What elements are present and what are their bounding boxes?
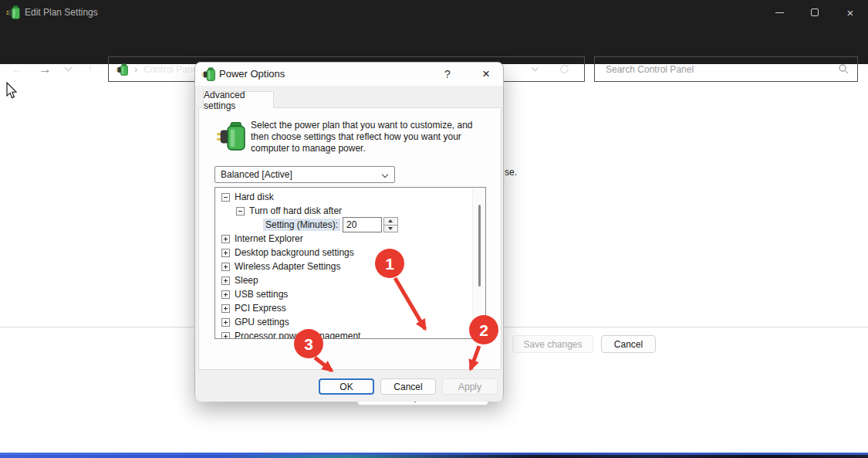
tree-item-label[interactable]: Internet Explorer (235, 233, 303, 244)
spinner-control (383, 217, 398, 232)
navigation-bar: ← → ↑ ›Control Panel›Hardware and Sound›… (0, 25, 868, 64)
address-dropdown-chevron-icon[interactable] (524, 57, 545, 81)
tree-item-label[interactable]: PCI Express (235, 303, 286, 314)
tree-item-label[interactable]: Turn off hard disk after (249, 205, 342, 216)
maximize-button[interactable] (797, 0, 833, 25)
tree-item-internet-explorer[interactable]: Internet Explorer (215, 232, 470, 246)
refresh-icon (559, 63, 570, 75)
refresh-button[interactable] (553, 57, 575, 81)
tree-item-pci-express[interactable]: PCI Express (215, 301, 470, 315)
tree-item-label[interactable]: Hard disk (235, 192, 274, 202)
window-titlebar: Edit Plan Settings × (0, 0, 868, 25)
dialog-description: Select the power plan that you want to c… (251, 120, 482, 154)
power-options-icon (116, 63, 128, 76)
tree-item-label[interactable]: Wireless Adapter Settings (235, 261, 340, 272)
close-icon: × (482, 66, 490, 81)
cancel-button[interactable]: Cancel (380, 378, 436, 395)
tree-item-label[interactable]: Setting (Minutes): (263, 219, 340, 231)
power-options-icon (6, 5, 20, 19)
clipped-page-text: se. (505, 167, 517, 178)
expand-icon[interactable] (221, 318, 230, 327)
window-title: Edit Plan Settings (25, 0, 98, 25)
breadcrumb-separator-icon: › (128, 63, 144, 75)
dialog-footer: OK Cancel Apply (195, 370, 503, 402)
dialog-title: Power Options (219, 63, 285, 86)
save-changes-button[interactable]: Save changes (512, 335, 593, 353)
tree-scrollbar[interactable] (472, 188, 485, 338)
chevron-down-icon (382, 171, 388, 178)
apply-button[interactable]: Apply (442, 378, 498, 395)
up-button[interactable]: ↑ (79, 56, 102, 82)
close-icon: × (847, 6, 854, 19)
scrollbar-thumb[interactable] (478, 205, 481, 287)
tree-item-label[interactable]: GPU settings (235, 317, 289, 327)
breadcrumb-item-control-panel[interactable]: Control Panel (144, 64, 200, 75)
search-box (594, 56, 858, 82)
tree-item-label[interactable]: Sleep (235, 275, 258, 286)
tree-item-label[interactable]: Processor power management (235, 331, 360, 339)
tree-item-label[interactable]: USB settings (235, 289, 288, 300)
power-plan-dropdown[interactable]: Balanced [Active] (214, 166, 395, 183)
minimize-button[interactable] (762, 0, 797, 25)
ok-button[interactable]: OK (319, 378, 374, 395)
tree-item-sleep[interactable]: Sleep (215, 273, 470, 287)
desktop-edge-strip (0, 453, 868, 458)
back-button[interactable]: ← (5, 56, 30, 82)
collapse-icon[interactable] (221, 193, 230, 202)
collapse-icon[interactable] (236, 207, 245, 215)
advanced-settings-tree: Hard diskTurn off hard disk afterSetting… (214, 187, 486, 339)
tree-item-label[interactable]: Desktop background settings (235, 247, 354, 258)
minimize-icon (775, 12, 784, 13)
spin-up-button[interactable] (383, 217, 398, 225)
tree-item-setting-minutes[interactable]: Setting (Minutes): (215, 218, 470, 232)
tree-item-desktop-background-settings[interactable]: Desktop background settings (215, 246, 470, 260)
dialog-close-button[interactable]: × (476, 63, 496, 86)
help-button[interactable]: ? (439, 63, 456, 86)
expand-icon[interactable] (221, 332, 230, 340)
expand-icon[interactable] (221, 263, 230, 271)
power-options-icon (201, 67, 215, 81)
tab-advanced-settings[interactable]: Advanced settings (203, 91, 274, 108)
power-plan-icon (216, 120, 245, 152)
search-input[interactable] (595, 57, 857, 81)
close-button[interactable]: × (833, 0, 868, 25)
tree-item-gpu-settings[interactable]: GPU settings (215, 315, 470, 329)
search-icon (838, 63, 849, 75)
expand-icon[interactable] (221, 304, 230, 313)
dialog-titlebar: Power Options ? × (195, 63, 503, 86)
tree-item-turn-off-hard-disk-after[interactable]: Turn off hard disk after (215, 204, 470, 218)
expand-icon[interactable] (221, 235, 230, 243)
advanced-settings-tab-page: Select the power plan that you want to c… (198, 107, 502, 370)
recent-locations-chevron-icon[interactable] (59, 56, 77, 82)
tree-item-hard-disk[interactable]: Hard disk (215, 190, 470, 204)
power-options-dialog: Power Options ? × Advanced settings Sele… (194, 62, 504, 401)
maximize-icon (811, 8, 819, 16)
setting-minutes-input[interactable] (343, 217, 382, 232)
mouse-cursor (6, 82, 19, 100)
expand-icon[interactable] (221, 290, 230, 299)
forward-button[interactable]: → (32, 56, 58, 82)
tree-item-wireless-adapter-settings[interactable]: Wireless Adapter Settings (215, 260, 470, 273)
tree-item-usb-settings[interactable]: USB settings (215, 287, 470, 301)
page-cancel-button[interactable]: Cancel (601, 335, 656, 353)
expand-icon[interactable] (221, 276, 230, 285)
expand-icon[interactable] (221, 249, 230, 257)
power-plan-selected: Balanced [Active] (221, 167, 292, 182)
tree-item-processor-power-management[interactable]: Processor power management (215, 329, 470, 339)
